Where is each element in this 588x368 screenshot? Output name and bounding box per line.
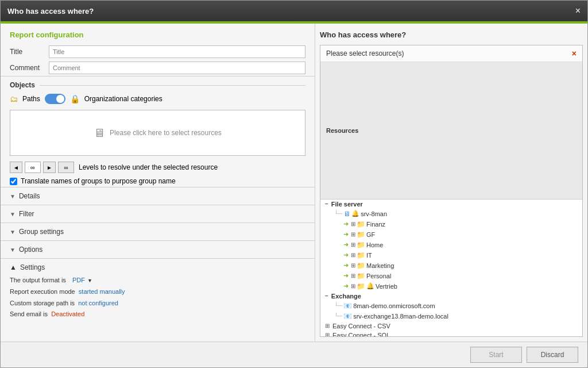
table-header: Resources xyxy=(320,62,582,199)
exchange-label: Exchange xyxy=(331,293,361,300)
options-header[interactable]: ▼ Options xyxy=(1,241,315,258)
folder-icon: 📁 xyxy=(357,241,365,249)
bell-icon: 🔔 xyxy=(351,210,359,217)
plus-icon: ⊞ xyxy=(351,262,355,269)
arrow-right-icon: ➜ xyxy=(343,220,349,228)
easy-csv-label: Easy Connect - CSV xyxy=(332,323,390,329)
left-panel: Report configuration Title Comment Objec… xyxy=(1,24,315,342)
file-server-label: File server xyxy=(331,201,363,208)
paths-icon: 🗂 xyxy=(10,94,18,103)
folder-icon: 📁 xyxy=(357,251,365,259)
list-item[interactable]: ➜ ⊞ 📁 Personal xyxy=(339,271,582,281)
storage-path-row: Custom storage path is not configured xyxy=(10,298,305,309)
storage-path-text: Custom storage path is xyxy=(10,300,75,306)
8man-demo-label: 8man-demo.onmicrosoft.com xyxy=(353,302,435,309)
filter-header[interactable]: ▼ Filter xyxy=(1,205,315,223)
list-item[interactable]: ➜ ⊞ 📁 Marketing xyxy=(339,260,582,271)
list-item[interactable]: − Exchange xyxy=(320,292,582,301)
execution-mode-row: Report execution mode started manually xyxy=(10,286,305,298)
list-item[interactable]: ➜ ⊞ 📁 🔔 Vertrieb xyxy=(339,281,582,292)
list-item[interactable]: ➜ ⊞ 📁 GF xyxy=(339,229,582,240)
org-categories-label: Organizational categories xyxy=(84,95,163,103)
list-item[interactable]: − File server xyxy=(320,200,582,209)
plus-icon: ⊞ xyxy=(351,241,355,248)
dash-icon: └─ xyxy=(334,210,342,217)
list-item[interactable]: ⊞ Easy Connect - CSV xyxy=(320,321,582,331)
level-left-btn[interactable]: ◄ xyxy=(10,162,22,173)
pdf-link[interactable]: PDF xyxy=(72,275,85,286)
arrow-right-icon: ➜ xyxy=(343,231,349,238)
comment-input[interactable] xyxy=(49,62,305,74)
resource-panel-inner: Resources − File server └─ 🖥 xyxy=(320,62,582,336)
translate-checkbox[interactable] xyxy=(10,178,17,185)
plus-icon: ⊞ xyxy=(351,283,355,289)
group-settings-section: ▼ Group settings xyxy=(1,223,315,240)
plus-icon: ⊞ xyxy=(351,231,355,237)
pdf-dropdown-icon[interactable]: ▼ xyxy=(87,276,92,285)
title-input[interactable] xyxy=(49,45,305,58)
storage-path-link[interactable]: not configured xyxy=(78,300,118,306)
plus-icon: ⊞ xyxy=(351,273,355,279)
start-button[interactable]: Start xyxy=(470,347,522,363)
plus-icon: ⊞ xyxy=(325,323,330,329)
minus-icon: − xyxy=(325,293,328,299)
options-arrow: ▼ xyxy=(10,247,16,253)
folder-icon: 📁 xyxy=(357,282,365,290)
level-max-btn[interactable]: ∞ xyxy=(58,162,74,173)
plus-icon: ⊞ xyxy=(351,252,355,258)
options-section: ▼ Options xyxy=(1,240,315,258)
translate-label: Translate names of groups to purpose gro… xyxy=(21,177,176,185)
settings-header[interactable]: ▲ Settings xyxy=(10,263,305,271)
group-settings-header[interactable]: ▼ Group settings xyxy=(1,223,315,240)
resource-panel-header: Please select resource(s) × xyxy=(320,45,582,62)
list-item[interactable]: ➜ ⊞ 📁 Home xyxy=(339,240,582,250)
email-text: Send email is xyxy=(10,310,48,317)
level-right-btn[interactable]: ► xyxy=(43,162,56,173)
resources-table: Resources xyxy=(320,62,582,200)
resources-col-header: Resources xyxy=(320,62,582,199)
output-format-text: The output format is xyxy=(10,275,66,286)
list-item[interactable]: └─ 📧 8man-demo.onmicrosoft.com xyxy=(330,301,582,311)
close-button[interactable]: × xyxy=(575,6,581,16)
options-label: Options xyxy=(19,246,42,254)
details-header[interactable]: ▼ Details xyxy=(1,187,315,205)
resource-select-box[interactable]: 🖥 Please click here to select resources xyxy=(10,110,305,156)
exchange-icon: 📧 xyxy=(343,312,352,320)
arrow-right-icon: ➜ xyxy=(343,272,349,279)
translate-checkbox-row: Translate names of groups to purpose gro… xyxy=(1,175,315,187)
dialog-window: Who has access where? × Report configura… xyxy=(0,0,588,368)
folder-icon: 📁 xyxy=(357,220,365,228)
resource-panel-close[interactable]: × xyxy=(572,49,577,58)
right-panel: Who has access where? Please select reso… xyxy=(315,24,587,342)
details-arrow: ▼ xyxy=(10,193,16,200)
list-item[interactable]: └─ 📧 srv-exchange13.8man-demo.local xyxy=(330,311,582,321)
list-item[interactable]: ⊞ Easy Connect - SQL xyxy=(320,331,582,336)
details-label: Details xyxy=(19,192,40,200)
arrow-right-icon: ➜ xyxy=(343,241,349,248)
level-display: ∞ xyxy=(25,162,41,173)
discard-button[interactable]: Discard xyxy=(527,347,578,363)
list-item[interactable]: └─ 🖥 🔔 srv-8man xyxy=(330,209,582,219)
settings-section: ▲ Settings The output format is PDF ▼ Re… xyxy=(1,258,315,325)
objects-section-label: Objects xyxy=(1,76,315,91)
filter-label: Filter xyxy=(19,210,34,218)
dialog-body: Report configuration Title Comment Objec… xyxy=(1,24,587,342)
list-item[interactable]: ➜ ⊞ 📁 IT xyxy=(339,250,582,260)
settings-content: The output format is PDF ▼ Report execut… xyxy=(10,275,305,320)
folder-icon: 📁 xyxy=(357,262,365,270)
title-field-row: Title xyxy=(1,44,315,60)
resource-select-placeholder: Please click here to select resources xyxy=(110,129,222,137)
srv-exchange-label: srv-exchange13.8man-demo.local xyxy=(353,313,448,320)
minus-icon: − xyxy=(325,201,328,207)
group-settings-arrow: ▼ xyxy=(10,229,16,235)
list-item[interactable]: ➜ ⊞ 📁 Finanz xyxy=(339,219,582,229)
exchange-icon: 📧 xyxy=(343,302,352,310)
settings-label: Settings xyxy=(20,263,45,271)
it-label: IT xyxy=(366,252,372,259)
execution-mode-link[interactable]: started manually xyxy=(79,288,125,295)
gf-label: GF xyxy=(366,231,375,238)
execution-mode-text: Report execution mode xyxy=(10,288,75,295)
paths-toggle[interactable] xyxy=(45,94,65,104)
email-link[interactable]: Deactivated xyxy=(51,310,84,317)
srv-8man-label: srv-8man xyxy=(361,210,387,217)
